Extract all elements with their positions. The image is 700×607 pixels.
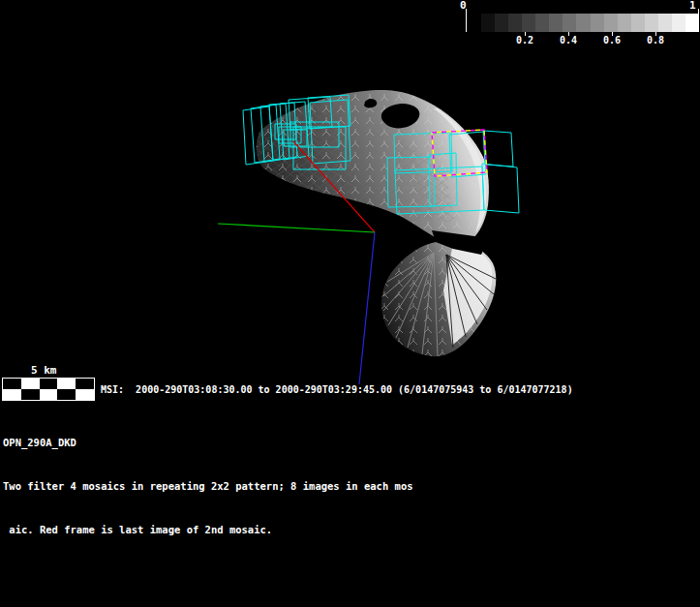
colorbar-step [495,14,508,32]
scale-bar-cell [57,389,76,400]
scale-bar-cell [40,389,58,400]
sequence-id: OPN_290A_DKD [3,436,413,450]
colorbar-step [576,14,590,32]
scale-bar-cell [57,379,76,389]
colorbar-tick-label: 0.4 [556,35,581,46]
colorbar-step [481,14,495,32]
scale-bar-cell [76,379,94,389]
scale-bar-label: 5 km [31,364,57,377]
sequence-info: OPN_290A_DKD Two filter 4 mosaics in rep… [3,407,413,566]
scale-bar-cell [21,389,40,400]
colorbar-step [672,14,685,32]
colorbar-tick-label: 0.6 [599,35,624,46]
colorbar-tick-label: 0.8 [643,35,668,46]
scale-bar-cell [3,389,21,400]
colorbar-step [618,14,631,32]
colorbar-step [604,14,618,32]
colorbar-max-label: 1 [689,0,696,12]
footprint-frame [483,131,513,167]
scale-bar-cell [21,379,40,389]
colorbar-tick-label: 0.2 [512,35,537,46]
colorbar-step [522,14,535,32]
axis-blue [359,232,375,384]
colorbar-step [658,14,672,32]
colorbar-step [563,14,576,32]
colorbar-step [591,14,604,32]
sequence-description-line2: aic. Red frame is last image of 2nd mosa… [3,523,413,537]
colorbar-step [645,14,658,32]
colorbar-step [685,14,699,32]
scale-bar-cell [3,379,21,389]
scale-bar [2,378,95,401]
colorbar-min-tick [466,9,467,32]
lobe-highlight [443,244,493,345]
visualization-viewport: 0 1 0.20.40.60.8 5 km MSI: 2000-290T03:0… [0,0,700,607]
colorbar-step [549,14,563,32]
sequence-description-line1: Two filter 4 mosaics in repeating 2x2 pa… [3,479,413,494]
scale-bar-cell [76,389,94,400]
colorbar-step [631,14,645,32]
colorbar-step [508,14,522,32]
colorbar-max-tick [698,9,699,32]
axis-green [218,224,375,232]
msi-time-range: MSI: 2000-290T03:08:30.00 to 2000-290T03… [101,384,573,395]
scale-bar-cell [40,379,58,389]
colorbar-gradient [481,14,699,32]
colorbar: 0 1 0.20.40.60.8 [0,0,700,53]
colorbar-step [535,14,549,32]
